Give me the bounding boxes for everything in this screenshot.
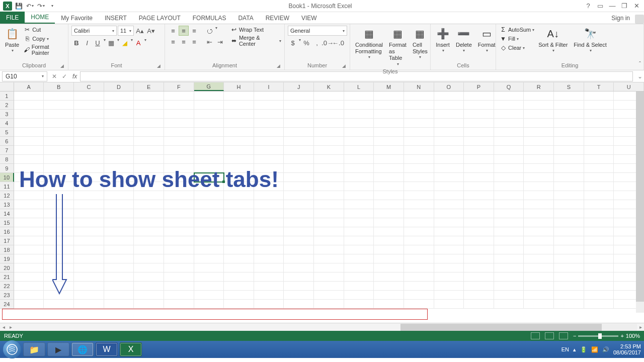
column-header[interactable]: P <box>464 82 494 91</box>
cell[interactable] <box>404 236 434 245</box>
cell[interactable] <box>104 92 134 101</box>
tray-volume-icon[interactable]: 🔊 <box>602 346 609 353</box>
align-center-icon[interactable]: ≡ <box>179 37 189 47</box>
border-button[interactable]: ▦ <box>106 38 116 48</box>
cell[interactable] <box>224 92 254 101</box>
cell[interactable] <box>524 245 554 254</box>
expand-formula-bar-icon[interactable]: ⌄ <box>636 73 644 80</box>
cell[interactable] <box>524 254 554 263</box>
cell[interactable] <box>404 173 434 182</box>
cell[interactable] <box>44 300 74 309</box>
cell[interactable] <box>524 173 554 182</box>
cell[interactable] <box>254 128 284 137</box>
cell[interactable] <box>134 263 164 273</box>
cell[interactable] <box>554 191 584 200</box>
cell[interactable] <box>374 173 404 182</box>
tab-data[interactable]: DATA <box>232 13 259 24</box>
cell[interactable] <box>464 110 494 119</box>
cell[interactable] <box>74 92 104 101</box>
cell[interactable] <box>344 291 374 300</box>
cell[interactable] <box>524 200 554 209</box>
cell[interactable] <box>404 254 434 263</box>
undo-icon[interactable]: ↶▾ <box>25 2 34 11</box>
row-header[interactable]: 18 <box>0 245 14 254</box>
cell[interactable] <box>494 282 524 291</box>
column-header[interactable]: H <box>224 82 254 91</box>
increase-decimal-icon[interactable]: .0→ <box>323 38 333 48</box>
column-header[interactable]: U <box>614 82 644 91</box>
cell[interactable] <box>464 300 494 309</box>
cell[interactable] <box>374 291 404 300</box>
cell[interactable] <box>554 209 584 218</box>
cell[interactable] <box>254 263 284 273</box>
row-header[interactable]: 19 <box>0 254 14 263</box>
cut-button[interactable]: ✂Cut <box>23 26 65 34</box>
cell[interactable] <box>314 155 344 164</box>
row-header[interactable]: 11 <box>0 182 14 191</box>
cell[interactable] <box>344 101 374 110</box>
cell[interactable] <box>284 236 314 245</box>
cell[interactable] <box>404 92 434 101</box>
row-header[interactable]: 17 <box>0 236 14 245</box>
cell[interactable] <box>434 164 464 173</box>
cell[interactable] <box>254 92 284 101</box>
cell[interactable] <box>374 200 404 209</box>
cell[interactable] <box>434 119 464 128</box>
cell[interactable] <box>164 254 194 263</box>
worksheet-grid[interactable]: ABCDEFGHIJKLMNOPQRSTU 123456789101112131… <box>0 82 644 323</box>
cell[interactable] <box>164 263 194 273</box>
cell[interactable] <box>314 300 344 309</box>
cell[interactable] <box>104 282 134 291</box>
cell[interactable] <box>104 146 134 155</box>
cell[interactable] <box>584 218 614 227</box>
scroll-right-icon[interactable]: ▸ <box>637 324 644 330</box>
cell[interactable] <box>314 282 344 291</box>
autosum-button[interactable]: ΣAutoSum▾ <box>499 26 534 34</box>
cell[interactable] <box>434 291 464 300</box>
dialog-launcher-icon[interactable]: ◢ <box>60 63 64 68</box>
cell[interactable] <box>464 164 494 173</box>
format-painter-button[interactable]: 🖌Format Painter <box>23 44 65 56</box>
cell[interactable] <box>344 110 374 119</box>
taskbar-word-icon[interactable]: W <box>96 342 118 356</box>
cell[interactable] <box>314 245 344 254</box>
cell[interactable] <box>254 200 284 209</box>
cell[interactable] <box>374 155 404 164</box>
cell[interactable] <box>584 173 614 182</box>
cell[interactable] <box>554 291 584 300</box>
row-header[interactable]: 14 <box>0 209 14 218</box>
tab-insert[interactable]: INSERT <box>99 13 133 24</box>
cell[interactable] <box>74 245 104 254</box>
cell[interactable] <box>164 119 194 128</box>
cell[interactable] <box>584 191 614 200</box>
cell[interactable] <box>524 273 554 282</box>
ribbon-options-icon[interactable]: ▭ <box>596 2 605 10</box>
paste-button[interactable]: 📋 Paste▾ <box>3 26 21 54</box>
collapse-ribbon-icon[interactable]: ˆ <box>639 61 641 68</box>
cell[interactable] <box>14 245 44 254</box>
cell[interactable] <box>374 263 404 273</box>
cell[interactable] <box>284 227 314 236</box>
cell[interactable] <box>254 155 284 164</box>
cell[interactable] <box>104 218 134 227</box>
cell[interactable] <box>14 101 44 110</box>
cell[interactable] <box>404 282 434 291</box>
cell[interactable] <box>164 200 194 209</box>
cell[interactable] <box>74 209 104 218</box>
cell[interactable] <box>14 218 44 227</box>
cell[interactable] <box>314 191 344 200</box>
cell[interactable] <box>464 245 494 254</box>
cell[interactable] <box>14 291 44 300</box>
cell[interactable] <box>74 254 104 263</box>
cell[interactable] <box>374 92 404 101</box>
cell[interactable] <box>374 254 404 263</box>
cell[interactable] <box>164 128 194 137</box>
cell[interactable] <box>554 182 584 191</box>
cell[interactable] <box>164 209 194 218</box>
cell[interactable] <box>374 119 404 128</box>
cell[interactable] <box>74 300 104 309</box>
cell[interactable] <box>464 92 494 101</box>
cell[interactable] <box>434 227 464 236</box>
cell[interactable] <box>164 300 194 309</box>
cell[interactable] <box>314 128 344 137</box>
